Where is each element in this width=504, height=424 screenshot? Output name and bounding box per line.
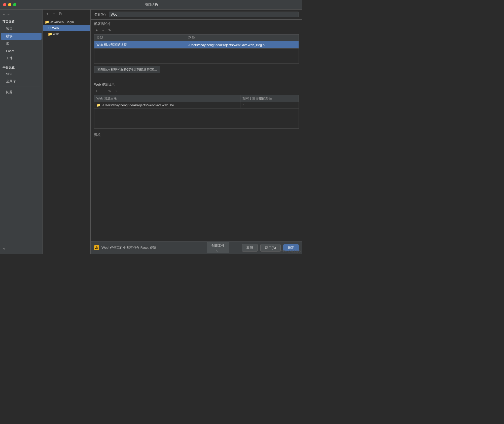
project-settings-title: 项目设置 [0, 17, 43, 25]
tree-item-label: JavaWeb_Begin [50, 20, 74, 24]
table-row[interactable]: 📁 /Users/shayiheng/IdeaProjects/web/Java… [94, 102, 299, 109]
bottom-bar: ⚠ 'Web' 任何工件中都不包含 Facet 资源 创建工件(F 取消 应用(… [91, 241, 302, 254]
folder-icon: 📁 [45, 20, 49, 24]
tree-toolbar: + − ⎘ [43, 10, 90, 18]
sidebar: ← → 项目设置 项目 模块 库 Facet 工件 平台设置 SDK 全局库 问… [0, 10, 43, 254]
web-resource-section: Web 资源目录 + − ✎ ? Web 资源目录 相对于部署根的路径 [91, 80, 302, 131]
sidebar-item-modules[interactable]: 模块 [1, 33, 42, 40]
tree-copy-button[interactable]: ⎘ [58, 11, 63, 16]
help-button[interactable]: ? [3, 247, 5, 251]
sidebar-divider [3, 87, 40, 87]
sidebar-item-global-libs[interactable]: 全局库 [1, 78, 42, 85]
col-path: 路径 [186, 34, 299, 41]
cell-path: /Users/shayiheng/IdeaProjects/web/JavaWe… [186, 41, 299, 49]
wr-col-path: 相对于部署根的路径 [240, 95, 299, 102]
create-artifact-button[interactable]: 创建工件(F [207, 242, 229, 253]
tree-panel: + − ⎘ 📁 JavaWeb_Begin ⚙ Web 📁 web [43, 10, 91, 254]
watermark: CSDN @路走完心 [280, 250, 301, 253]
web-resource-table: Web 资源目录 相对于部署根的路径 📁 /Users/shayiheng/Id… [94, 95, 299, 129]
back-button[interactable]: ← [3, 13, 6, 16]
wr-help-button[interactable]: ? [114, 88, 119, 93]
dd-edit-button[interactable]: ✎ [107, 28, 112, 33]
module-icon: ⚙ [48, 26, 51, 30]
wr-col-dir: Web 资源目录 [94, 95, 240, 102]
minimize-button[interactable] [8, 3, 11, 6]
folder-icon: 📁 [96, 103, 100, 107]
add-descriptor-button[interactable]: 添加应用程序和服务器特定的描述符(S)... [94, 66, 160, 73]
warning-icon: ⚠ [94, 245, 99, 250]
sidebar-nav: ← → [0, 12, 43, 17]
dd-remove-button[interactable]: − [101, 28, 106, 33]
sidebar-item-artifacts[interactable]: 工件 [1, 55, 42, 62]
tree-item-label: Web [52, 26, 59, 30]
cell-dir: 📁 /Users/shayiheng/IdeaProjects/web/Java… [94, 102, 240, 109]
sidebar-item-libraries[interactable]: 库 [1, 40, 42, 47]
main-layout: ← → 项目设置 项目 模块 库 Facet 工件 平台设置 SDK 全局库 问… [0, 10, 302, 254]
name-input[interactable] [109, 12, 299, 17]
wr-edit-button[interactable]: ✎ [107, 88, 112, 93]
titlebar: 项目结构 [0, 0, 302, 10]
name-row: 名称(M): [91, 10, 302, 20]
window-controls[interactable] [3, 3, 16, 6]
close-button[interactable] [3, 3, 6, 6]
sidebar-item-problems[interactable]: 问题 [1, 89, 42, 96]
name-label: 名称(M): [94, 12, 106, 17]
deployment-descriptor-section: 部署描述符 + − ✎ 类型 路径 Web 模块部署描述符 [91, 20, 302, 75]
tree-add-button[interactable]: + [45, 11, 50, 16]
content-panel: 名称(M): 部署描述符 + − ✎ 类型 路径 [91, 10, 302, 254]
dd-add-button[interactable]: + [94, 28, 99, 33]
deployment-table: 类型 路径 Web 模块部署描述符 /Users/shayiheng/IdeaP… [94, 34, 299, 64]
sidebar-item-sdk[interactable]: SDK [1, 71, 42, 77]
cancel-button[interactable]: 取消 [242, 244, 258, 252]
window-title: 项目结构 [145, 3, 158, 7]
folder-icon: 📁 [48, 32, 52, 36]
apply-button[interactable]: 应用(A) [260, 244, 281, 252]
tree-item-javaweb-begin[interactable]: 📁 JavaWeb_Begin [43, 19, 90, 25]
maximize-button[interactable] [13, 3, 16, 6]
content-scroll: 名称(M): 部署描述符 + − ✎ 类型 路径 [91, 10, 302, 241]
sidebar-item-project[interactable]: 项目 [1, 25, 42, 32]
source-root-section: 源根 [91, 131, 302, 148]
table-row[interactable]: Web 模块部署描述符 /Users/shayiheng/IdeaProject… [94, 41, 299, 49]
warning-row: ⚠ 'Web' 任何工件中都不包含 Facet 资源 [94, 245, 156, 250]
wr-add-button[interactable]: + [94, 88, 99, 93]
tree-item-web-module[interactable]: ⚙ Web [43, 25, 90, 31]
deployment-toolbar: + − ✎ [94, 28, 299, 33]
web-resource-toolbar: + − ✎ ? [94, 88, 299, 93]
forward-button[interactable]: → [7, 13, 10, 16]
sidebar-item-facet[interactable]: Facet [1, 48, 42, 54]
wr-remove-button[interactable]: − [101, 88, 106, 93]
cell-rel-path: / [240, 102, 299, 109]
tree-remove-button[interactable]: − [51, 11, 56, 16]
deployment-descriptor-title: 部署描述符 [94, 22, 299, 26]
source-root-title: 源根 [94, 133, 299, 137]
tree-item-web-folder[interactable]: 📁 web [43, 31, 90, 37]
warning-text: 'Web' 任何工件中都不包含 Facet 资源 [101, 245, 156, 250]
web-resource-title: Web 资源目录 [94, 82, 299, 87]
cell-type: Web 模块部署描述符 [94, 41, 186, 49]
tree-item-label: web [53, 32, 59, 36]
col-type: 类型 [94, 34, 186, 41]
platform-settings-title: 平台设置 [0, 62, 43, 71]
module-tree: 📁 JavaWeb_Begin ⚙ Web 📁 web [43, 18, 90, 254]
